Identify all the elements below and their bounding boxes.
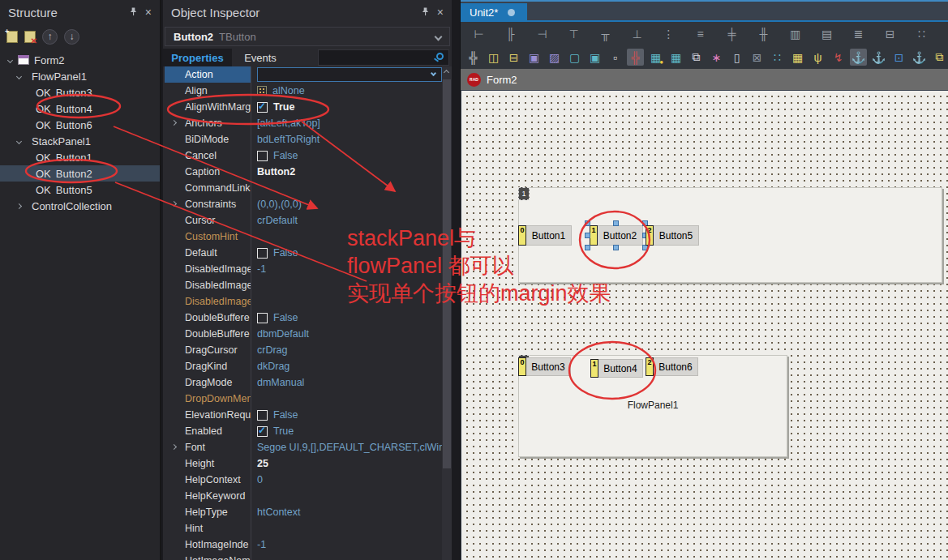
no-border-icon[interactable]: ⊠ xyxy=(749,49,766,66)
form-canvas[interactable]: 10Button11Button22Button50FlowPanel10But… xyxy=(461,91,948,560)
property-value[interactable]: False xyxy=(251,245,443,261)
align-right-edges-icon[interactable]: ⊣ xyxy=(534,25,551,42)
snap-to-grid-icon[interactable]: ╬ xyxy=(627,49,644,66)
property-row-font[interactable]: FontSegoe UI,9,[],DEFAULT_CHARSET,clWind… xyxy=(165,439,443,455)
selection-handle[interactable] xyxy=(613,245,619,250)
property-value[interactable]: False xyxy=(251,147,443,164)
expander-icon[interactable] xyxy=(15,135,27,147)
align-left-edges-icon[interactable]: ⊢ xyxy=(470,25,487,42)
layers-icon[interactable]: ⧉ xyxy=(931,49,948,66)
sidebar-item-button5[interactable]: OKButton5 xyxy=(0,182,160,198)
expander-icon[interactable] xyxy=(6,54,18,66)
property-value[interactable]: alNone xyxy=(251,83,443,99)
selection-handle[interactable] xyxy=(585,220,590,226)
value-dropdown[interactable] xyxy=(257,67,442,82)
window-anchor-icon[interactable]: ⊡ xyxy=(890,49,907,66)
property-row-disabledimage[interactable]: DisabledImage-1 xyxy=(165,261,443,277)
property-row-dragmode[interactable]: DragModedmManual xyxy=(165,374,443,391)
lock-controls-icon[interactable]: ▦● xyxy=(647,49,664,66)
delete-item-icon[interactable]: ✕ xyxy=(24,31,36,43)
close-icon[interactable]: × xyxy=(437,6,444,19)
property-value[interactable] xyxy=(251,180,443,196)
property-row-anchors[interactable]: Anchors[akLeft,akTop] xyxy=(165,115,443,131)
checkbox-unchecked-icon[interactable] xyxy=(257,151,268,161)
property-row-hint[interactable]: Hint xyxy=(165,520,443,536)
expand-icon[interactable] xyxy=(171,201,177,207)
align-to-grid-icon[interactable]: ╬ xyxy=(465,49,482,66)
property-value[interactable]: -1 xyxy=(251,536,443,553)
property-row-dropdownmen[interactable]: DropDownMen xyxy=(165,391,443,407)
pin-icon[interactable] xyxy=(129,6,138,19)
property-value[interactable] xyxy=(251,553,443,560)
property-row-action[interactable]: Action xyxy=(165,66,443,83)
scroll-up-icon[interactable] xyxy=(444,70,449,75)
align-tops-icon[interactable]: ⊤ xyxy=(565,25,582,42)
anchor-circle-icon[interactable]: ⚓ xyxy=(870,49,887,66)
tab-properties[interactable]: Properties xyxy=(163,49,232,66)
property-row-align[interactable]: AlignalNone xyxy=(165,83,443,99)
sidebar-item-button4[interactable]: OKButton4 xyxy=(0,100,160,117)
property-value[interactable] xyxy=(251,293,443,310)
designer-button1[interactable]: 0Button1 xyxy=(518,225,572,246)
property-row-caption[interactable]: CaptionButton2 xyxy=(165,164,443,180)
palette-icon[interactable]: ∗ xyxy=(708,49,725,66)
inspector-scrollbar[interactable] xyxy=(442,66,452,560)
tab-unit2[interactable]: Unit2* xyxy=(461,3,527,22)
property-row-cancel[interactable]: CancelFalse xyxy=(165,147,443,164)
center-horz-in-window-icon[interactable]: ╫ xyxy=(755,25,772,42)
move-down-icon[interactable]: ↓ xyxy=(64,29,79,45)
grid-options-icon[interactable]: ▦ xyxy=(789,49,806,66)
instance-selector[interactable]: Button2 TButton xyxy=(165,27,450,46)
checkbox-checked-icon[interactable] xyxy=(257,102,268,113)
grid-view-icon[interactable]: ▦ xyxy=(667,49,684,66)
space-equally-vert-icon[interactable]: ⋮ xyxy=(660,25,677,42)
property-value[interactable]: crDefault xyxy=(251,212,443,229)
sidebar-item-button3[interactable]: OKButton3 xyxy=(0,84,160,100)
property-row-constraints[interactable]: Constraints(0,0),(0,0) xyxy=(165,196,443,212)
property-value[interactable]: htContext xyxy=(251,504,443,520)
bring-to-front-icon[interactable]: ▣ xyxy=(525,49,543,66)
property-value[interactable]: -1 xyxy=(251,261,443,277)
property-value[interactable] xyxy=(251,391,443,407)
anchor-editor-icon[interactable]: ⚓ xyxy=(850,49,867,66)
move-up-icon[interactable]: ↑ xyxy=(42,29,58,45)
property-row-commandlink[interactable]: CommandLink xyxy=(165,180,443,196)
property-row-bidimode[interactable]: BiDiModebdLeftToRight xyxy=(165,131,443,147)
expander-icon[interactable] xyxy=(15,71,27,83)
make-same-height-icon[interactable]: ▤ xyxy=(818,25,835,42)
spacing-icon[interactable]: ∷ xyxy=(769,49,786,66)
property-value[interactable]: dkDrag xyxy=(251,358,443,374)
tab-order-icon[interactable]: ∷ xyxy=(913,25,930,42)
make-same-size-icon[interactable]: ≣ xyxy=(850,25,867,42)
expand-icon[interactable] xyxy=(171,120,177,126)
sidebar-item-form2[interactable]: Form2 xyxy=(0,52,160,68)
sidebar-item-button1[interactable]: OKButton1 xyxy=(0,149,160,165)
property-value[interactable]: True xyxy=(251,99,443,115)
property-row-height[interactable]: Height25 xyxy=(165,455,443,472)
selection-handle[interactable] xyxy=(585,233,590,238)
align-horz-centers-icon[interactable]: ╟ xyxy=(502,25,519,42)
property-row-dragcursor[interactable]: DragCursorcrDrag xyxy=(165,342,443,358)
property-row-doublebuffere[interactable]: DoubleBuffereFalse xyxy=(165,310,443,326)
make-same-width-icon[interactable]: ▥ xyxy=(787,25,804,42)
property-row-disabledimage[interactable]: DisabledImage xyxy=(165,277,443,293)
property-row-hotimagenam[interactable]: HotImageNam xyxy=(165,553,443,560)
checkbox-unchecked-icon[interactable] xyxy=(257,313,268,323)
property-row-helpcontext[interactable]: HelpContext0 xyxy=(165,472,443,488)
selection-handle[interactable] xyxy=(585,245,590,250)
property-row-doublebuffere[interactable]: DoubleBufferedbmDefault xyxy=(165,326,443,342)
tile-vertical-icon[interactable]: ⊟ xyxy=(505,49,522,66)
size-controls-icon[interactable]: ▣ xyxy=(586,49,603,66)
new-item-icon[interactable]: + xyxy=(6,31,18,43)
copy-icon[interactable]: ⧉ xyxy=(688,49,705,66)
property-value[interactable]: 0 xyxy=(251,472,443,488)
property-value[interactable]: False xyxy=(251,407,443,423)
selection-handle[interactable] xyxy=(613,220,619,226)
checkbox-unchecked-icon[interactable] xyxy=(257,248,268,259)
sidebar-item-stackpanel1[interactable]: StackPanel1 xyxy=(0,133,160,149)
property-value[interactable] xyxy=(251,520,443,536)
property-value[interactable]: True xyxy=(251,423,443,439)
search-input[interactable] xyxy=(318,49,449,66)
sidebar-item-button2[interactable]: OKButton2 xyxy=(0,165,160,182)
property-row-customhint[interactable]: CustomHint xyxy=(165,229,443,245)
